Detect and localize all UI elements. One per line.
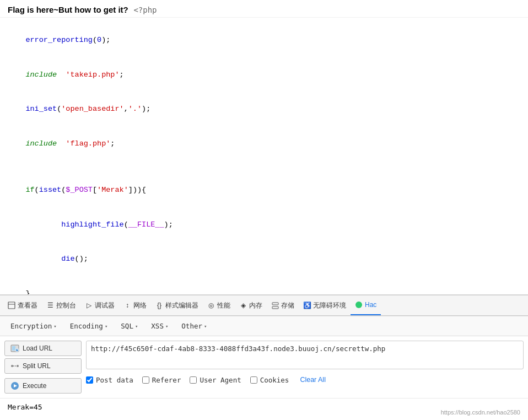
code-line-highlight: highlight_file(__FILE__);: [8, 208, 520, 243]
code-line-error: error_reporting(0);: [8, 23, 520, 58]
split-url-label: Split URL: [23, 362, 51, 370]
svg-point-4: [355, 301, 362, 308]
hackbar-tab-encryption[interactable]: Encryption ▾: [4, 319, 63, 333]
code-line-brace1: }: [8, 277, 520, 295]
code-line-include1: include 'takeip.php';: [8, 58, 520, 93]
execute-button[interactable]: Execute: [4, 378, 82, 394]
devtools-style-label: 样式编辑器: [165, 301, 198, 310]
devtools-tab-console[interactable]: ☰ 控制台: [42, 295, 80, 315]
clear-all-button[interactable]: Clear All: [298, 375, 328, 385]
devtools-accessibility-label: 无障碍环境: [313, 301, 346, 310]
hackbar-xss-label: XSS: [151, 322, 164, 330]
hackbar-main-area: Load URL Split URL: [0, 336, 528, 398]
hackbar-encoding-label: Encoding: [70, 322, 103, 330]
inspector-icon: [8, 301, 15, 309]
hackbar-other-label: Other: [181, 322, 202, 330]
devtools-hack-label: Hac: [365, 301, 376, 309]
watermark: https://blog.csdn.net/hao2580: [441, 409, 520, 416]
devtools-storage-label: 存储: [281, 301, 294, 310]
cookies-label: Cookies: [260, 376, 289, 384]
postdata-checkbox-label[interactable]: Post data: [86, 376, 133, 384]
split-url-icon: [10, 362, 19, 370]
execute-label: Execute: [23, 382, 46, 390]
svg-rect-2: [272, 303, 278, 305]
encoding-arrow-icon: ▾: [105, 324, 107, 329]
devtools-tab-style[interactable]: {} 样式编辑器: [151, 295, 203, 315]
page-title-bar: Flag is here~But how to get it? <?php: [0, 0, 528, 18]
devtools-tab-debugger[interactable]: ▷ 调试器: [80, 295, 119, 315]
svg-rect-6: [12, 346, 15, 351]
xss-arrow-icon: ▾: [165, 324, 168, 329]
code-line-include2: include 'flag.php';: [8, 127, 520, 161]
load-url-icon: [10, 344, 19, 353]
split-url-button[interactable]: Split URL: [4, 358, 82, 374]
hackbar-buttons-panel: Load URL Split URL: [4, 341, 82, 394]
devtools-tab-accessibility[interactable]: ♿ 无障碍环境: [299, 295, 351, 315]
code-line-blank1: [8, 161, 520, 173]
encryption-arrow-icon: ▾: [53, 324, 56, 329]
svg-rect-0: [8, 302, 15, 309]
useragent-label: User Agent: [200, 376, 241, 384]
useragent-checkbox[interactable]: [190, 376, 197, 384]
devtools-tab-storage[interactable]: 存储: [267, 295, 299, 315]
load-url-button[interactable]: Load URL: [4, 341, 82, 356]
devtools-debugger-label: 调试器: [95, 301, 115, 310]
devtools-tab-perf[interactable]: ◎ 性能: [203, 295, 235, 315]
devtools-inspector-label: 查看器: [18, 301, 37, 310]
svg-point-8: [11, 365, 13, 367]
memory-icon: ◈: [239, 301, 247, 309]
devtools-tab-hack[interactable]: Hac: [351, 295, 381, 315]
code-line-iniset: ini_set('open_basedir','.');: [8, 93, 520, 127]
accessibility-icon: ♿: [303, 301, 311, 309]
hackbar-url-input[interactable]: [86, 341, 524, 369]
hack-icon: [355, 301, 363, 309]
page-title: Flag is here~But how to get it?: [8, 5, 128, 14]
sql-arrow-icon: ▾: [135, 324, 138, 329]
devtools-memory-label: 内存: [249, 301, 262, 310]
devtools-console-label: 控制台: [56, 301, 76, 310]
svg-point-9: [17, 365, 19, 367]
hackbar-encryption-label: Encryption: [10, 322, 52, 330]
php-tag: <?php: [133, 6, 157, 14]
useragent-checkbox-label[interactable]: User Agent: [190, 376, 241, 384]
devtools-tab-memory[interactable]: ◈ 内存: [235, 295, 267, 315]
hackbar-tab-xss[interactable]: XSS ▾: [145, 319, 174, 333]
referer-checkbox[interactable]: [142, 376, 149, 384]
cookies-checkbox-label[interactable]: Cookies: [250, 376, 289, 384]
load-url-label: Load URL: [23, 344, 52, 352]
other-arrow-icon: ▾: [204, 324, 207, 329]
perf-icon: ◎: [207, 301, 215, 309]
execute-icon: [10, 381, 19, 390]
storage-icon: [271, 301, 279, 309]
code-area: error_reporting(0); include 'takeip.php'…: [0, 18, 528, 295]
postdata-value: Merak=45: [8, 403, 42, 411]
hackbar-tab-bar: Encryption ▾ Encoding ▾ SQL ▾ XSS ▾ Othe…: [0, 316, 528, 336]
referer-label: Referer: [152, 376, 181, 384]
hackbar-tab-other[interactable]: Other ▾: [175, 319, 213, 333]
code-line-die: die();: [8, 243, 520, 277]
hackbar-checkboxes-row: Post data Referer User Agent Cookies Cle…: [86, 373, 524, 387]
svg-rect-3: [272, 306, 278, 309]
code-line-if: if(isset($_POST['Merak'])){: [8, 173, 520, 208]
devtools-network-label: 网络: [133, 301, 147, 310]
devtools-tab-network[interactable]: ↕ 网络: [119, 295, 151, 315]
devtools-perf-label: 性能: [217, 301, 230, 310]
console-icon: ☰: [46, 301, 54, 309]
referer-checkbox-label[interactable]: Referer: [142, 376, 181, 384]
devtools-tab-inspector[interactable]: 查看器: [3, 295, 42, 315]
hackbar-tab-sql[interactable]: SQL ▾: [115, 319, 144, 333]
postdata-label: Post data: [96, 376, 133, 384]
debugger-icon: ▷: [85, 301, 93, 309]
hackbar-sql-label: SQL: [121, 322, 133, 330]
hackbar-tab-encoding[interactable]: Encoding ▾: [64, 319, 114, 333]
style-icon: {}: [155, 301, 163, 309]
svg-point-7: [15, 348, 19, 352]
postdata-checkbox[interactable]: [86, 376, 93, 384]
network-icon: ↕: [123, 301, 131, 309]
devtools-toolbar: 查看器 ☰ 控制台 ▷ 调试器 ↕ 网络 {} 样式编辑器 ◎ 性能 ◈ 内存 …: [0, 295, 528, 316]
cookies-checkbox[interactable]: [250, 376, 257, 384]
hackbar: Encryption ▾ Encoding ▾ SQL ▾ XSS ▾ Othe…: [0, 316, 528, 420]
hackbar-url-area: Post data Referer User Agent Cookies Cle…: [86, 341, 524, 387]
